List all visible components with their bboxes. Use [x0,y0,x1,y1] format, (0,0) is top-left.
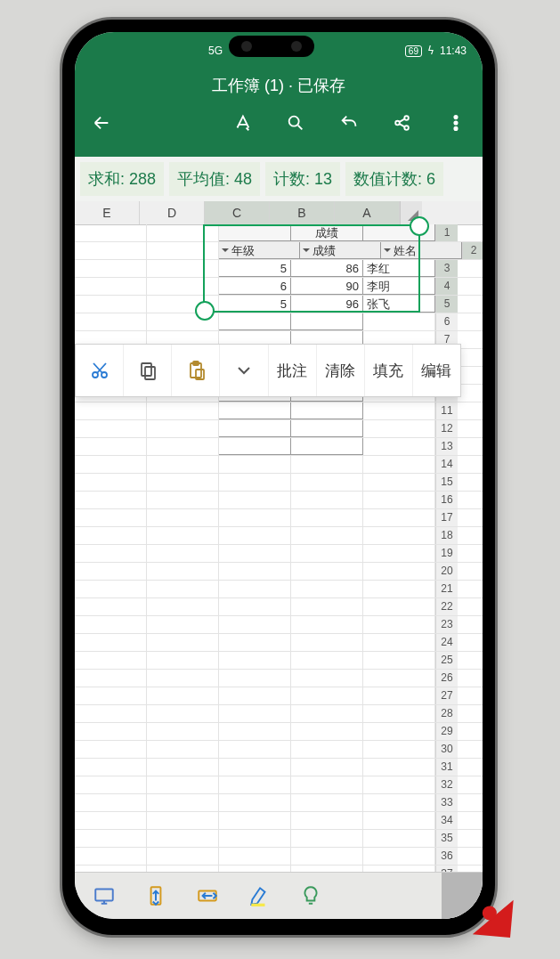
row-3[interactable]: 586李红3 [75,260,483,278]
row-header[interactable]: 17 [435,509,458,526]
selection-handle-bl[interactable] [195,301,215,321]
cell[interactable] [363,616,435,633]
cell[interactable] [147,545,219,562]
cell[interactable] [75,438,147,455]
autofit-width-button[interactable] [194,882,221,909]
cell[interactable] [75,242,147,259]
cell[interactable] [219,830,291,847]
cell[interactable] [363,509,435,526]
cell[interactable] [219,598,291,615]
cell[interactable] [75,474,147,491]
cell[interactable] [219,759,291,776]
cell[interactable]: 86 [291,260,363,277]
row-header[interactable]: 34 [435,812,458,829]
cell[interactable] [75,509,147,526]
row-28[interactable]: 28 [75,705,483,723]
row-26[interactable]: 26 [75,670,483,687]
cell[interactable] [363,759,435,776]
row-19[interactable]: 19 [75,545,483,563]
row-22[interactable]: 22 [75,598,483,616]
cell[interactable] [291,474,363,491]
row-header[interactable]: 25 [435,652,458,669]
row-33[interactable]: 33 [75,794,483,812]
row-30[interactable]: 30 [75,741,483,759]
cell[interactable] [219,581,291,597]
row-header[interactable]: 21 [435,581,458,597]
cell[interactable] [75,492,147,508]
row-header[interactable]: 1 [435,224,458,241]
cell[interactable] [219,687,291,704]
cell[interactable]: 成绩 [300,242,381,259]
cell[interactable] [219,527,291,544]
row-25[interactable]: 25 [75,652,483,670]
row-header[interactable]: 20 [435,563,458,580]
cell[interactable] [75,581,147,597]
cell[interactable] [363,598,435,615]
cell[interactable] [75,741,147,758]
cell[interactable]: 李明 [363,278,435,295]
row-header[interactable]: 31 [435,759,458,776]
row-20[interactable]: 20 [75,563,483,581]
cell[interactable] [75,759,147,776]
cell[interactable]: 90 [291,278,363,295]
search-button[interactable] [285,112,306,134]
cell[interactable] [291,598,363,615]
cell[interactable] [147,652,219,669]
autofit-height-button[interactable] [142,882,169,909]
format-button[interactable] [231,112,253,134]
cell[interactable] [147,474,219,491]
row-5[interactable]: 596张飞5 [75,296,483,313]
spreadsheet[interactable]: E D C B A 成绩1年级成绩姓名2586李红3690李明4596张飞567… [75,201,483,887]
cell[interactable] [219,402,291,419]
expand-button[interactable] [220,345,268,396]
annotate-button[interactable]: 批注 [269,345,317,396]
cell[interactable] [219,420,291,437]
cell[interactable] [363,492,435,508]
fill-button[interactable]: 填充 [365,345,413,396]
cell[interactable] [75,723,147,740]
row-header[interactable]: 14 [435,456,458,473]
cell[interactable] [147,616,219,633]
cell[interactable] [147,224,219,241]
row-header[interactable]: 22 [435,598,458,615]
cell[interactable] [219,634,291,651]
cell[interactable] [147,776,219,793]
cell[interactable] [147,527,219,544]
cell[interactable] [291,830,363,847]
cell[interactable] [75,705,147,722]
cell[interactable] [363,670,435,687]
row-header[interactable]: 19 [435,545,458,562]
row-12[interactable]: 12 [75,420,483,438]
cell[interactable] [363,848,435,865]
cell[interactable] [291,670,363,687]
row-16[interactable]: 16 [75,492,483,509]
cell[interactable] [363,563,435,580]
cell[interactable] [147,634,219,651]
row-header[interactable]: 27 [435,687,458,704]
cell[interactable]: 6 [219,278,291,295]
cell[interactable] [147,741,219,758]
cell[interactable] [219,705,291,722]
cell[interactable] [219,563,291,580]
row-2[interactable]: 年级成绩姓名2 [75,242,483,260]
cell[interactable] [147,581,219,597]
cell[interactable]: 姓名 [381,242,462,259]
undo-button[interactable] [338,112,360,134]
cell[interactable] [219,456,291,473]
cell[interactable] [219,545,291,562]
cell[interactable] [75,634,147,651]
cell[interactable] [291,723,363,740]
row-header[interactable]: 2 [462,242,483,259]
sum-stat[interactable]: 求和: 288 [80,162,164,196]
cell[interactable] [291,509,363,526]
row-13[interactable]: 13 [75,438,483,456]
cell[interactable] [75,830,147,847]
cell[interactable] [363,438,435,455]
row-14[interactable]: 14 [75,456,483,474]
cell[interactable] [219,812,291,829]
cell[interactable] [147,848,219,865]
cell[interactable] [219,509,291,526]
cell[interactable] [291,741,363,758]
cell[interactable]: 年级 [219,242,300,259]
cell[interactable] [75,456,147,473]
